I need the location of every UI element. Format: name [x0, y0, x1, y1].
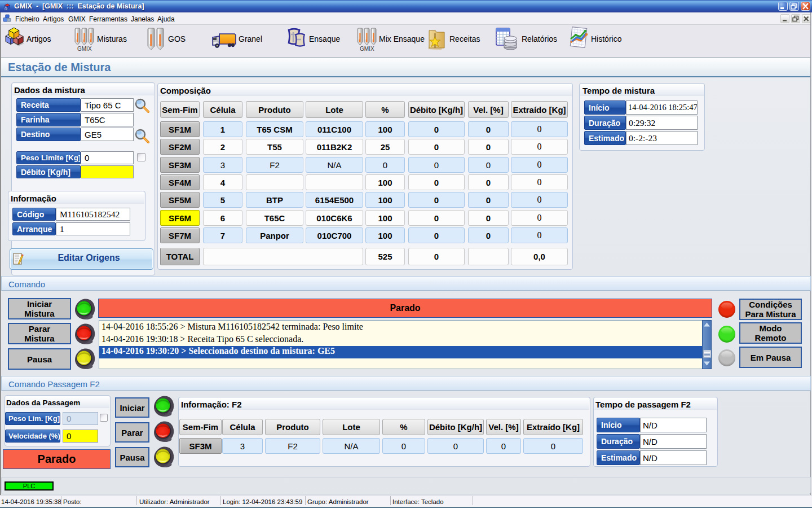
svg-text:GMIX: GMIX [77, 46, 92, 52]
svg-text:GMIX: GMIX [360, 46, 374, 52]
